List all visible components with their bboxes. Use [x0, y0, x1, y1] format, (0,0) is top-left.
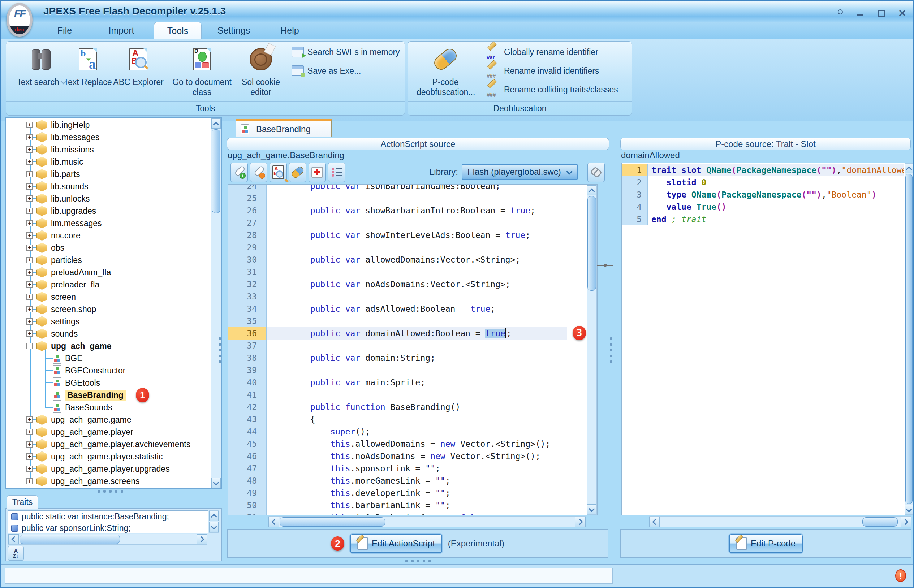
search-swfs-in-memory-button[interactable]: Search SWFs in memory: [292, 46, 400, 58]
code-line-27[interactable]: 27: [228, 217, 586, 229]
tree-item-preloader_fla[interactable]: +preloader_fla: [6, 278, 210, 291]
expand-icon[interactable]: +: [26, 306, 33, 312]
tree-item-label[interactable]: sounds: [51, 329, 78, 339]
left-splitter[interactable]: [218, 338, 221, 363]
tree-item-label[interactable]: screen.shop: [51, 304, 96, 314]
tree-item-label[interactable]: BGEtools: [65, 378, 100, 388]
pcode-deobfuscation-button[interactable]: P-code deobfuscation...: [417, 47, 474, 97]
tree-item-label[interactable]: lib.ingHelp: [51, 120, 90, 130]
expand-icon[interactable]: +: [26, 122, 33, 128]
tree-item-label[interactable]: particles: [51, 255, 82, 265]
tree-item-lim.messages[interactable]: +lim.messages: [6, 217, 210, 229]
expand-icon[interactable]: +: [26, 158, 33, 165]
traits-list[interactable]: public static var instance:BaseBranding;…: [8, 510, 208, 533]
minimize-button[interactable]: [856, 10, 865, 18]
tree-item-label[interactable]: upg_ach_game.player.upgrades: [51, 464, 170, 474]
tree-item-label[interactable]: upg_ach_game.game: [51, 415, 131, 425]
code-line-40[interactable]: 40 public var main:Sprite;: [228, 376, 586, 389]
tree-item-label[interactable]: preloader_fla: [51, 280, 99, 290]
tree-item-upg_ach_game.player.upgrades[interactable]: +upg_ach_game.player.upgrades: [6, 463, 210, 475]
edit-pcode-button[interactable]: Edit P-code: [729, 534, 803, 553]
menu-tools[interactable]: Tools: [154, 22, 202, 39]
expand-icon[interactable]: +: [26, 146, 33, 153]
expand-icon[interactable]: +: [26, 331, 33, 337]
menu-file[interactable]: File: [41, 22, 88, 39]
expand-icon[interactable]: +: [26, 134, 33, 141]
tree-item-label[interactable]: BaseBranding: [65, 390, 126, 401]
code-line-24[interactable]: 24 public var isOnBarbarianGames:Boolean…: [228, 184, 586, 192]
tree-traits-splitter[interactable]: [97, 490, 123, 493]
tree-item-BGEConstructor[interactable]: BGEConstructor: [6, 364, 210, 377]
repair-button[interactable]: [308, 163, 326, 182]
tree-item-label[interactable]: upg_ach_game.screens: [51, 477, 140, 486]
expand-icon[interactable]: +: [26, 429, 33, 435]
menu-help[interactable]: Help: [266, 22, 313, 39]
deobfuscate-button[interactable]: [289, 163, 306, 182]
trait-list-button[interactable]: [328, 163, 346, 182]
tree-item-upg_ach_game.player[interactable]: +upg_ach_game.player: [6, 426, 210, 438]
tree-item-upg_ach_game.player.avchievements[interactable]: +upg_ach_game.player.avchievements: [6, 438, 210, 451]
remove-trait-button[interactable]: −: [250, 163, 267, 182]
expand-icon[interactable]: +: [26, 441, 33, 447]
library-dropdown[interactable]: Flash (playerglobal.swc): [462, 164, 578, 180]
tree-item-label[interactable]: BGEConstructor: [65, 366, 125, 376]
panel-splitter-handle[interactable]: [597, 265, 614, 266]
expand-icon[interactable]: +: [26, 281, 33, 288]
tree-item-label[interactable]: lim.messages: [51, 218, 102, 228]
text-replace-button[interactable]: ba Text Replace: [59, 47, 117, 87]
code-line-5[interactable]: 5end ; trait: [622, 213, 904, 225]
code-line-2[interactable]: 2 slotid 0: [622, 176, 904, 189]
tree-item-lib.parts[interactable]: +lib.parts: [6, 168, 210, 180]
tree-item-particles[interactable]: +particles: [6, 254, 210, 266]
traits-vertical-scrollbar[interactable]: [209, 510, 219, 533]
tree-item-label[interactable]: BaseSounds: [65, 403, 112, 412]
expand-icon[interactable]: +: [26, 465, 33, 472]
code-line-43[interactable]: 43 {: [228, 413, 586, 425]
expand-icon[interactable]: +: [26, 257, 33, 263]
code-line-47[interactable]: 47 this.sponsorLink = "";: [228, 462, 586, 475]
collapse-icon[interactable]: −: [26, 343, 33, 349]
as-vertical-scrollbar[interactable]: [587, 185, 597, 515]
code-line-36[interactable]: 36 public var domainAllowed:Boolean = tr…: [228, 327, 586, 339]
expand-icon[interactable]: +: [26, 232, 33, 239]
tree-vertical-scrollbar[interactable]: [211, 118, 221, 488]
go-to-document-class-button[interactable]: D Go to document class: [171, 47, 233, 97]
tree-item-BaseBranding[interactable]: BaseBranding1: [6, 389, 210, 401]
tree-item-lib.ingHelp[interactable]: +lib.ingHelp: [6, 119, 210, 131]
tree-item-BaseSounds[interactable]: BaseSounds: [6, 401, 210, 414]
tree-item-label[interactable]: upg_ach_game.player: [51, 427, 133, 437]
expand-icon[interactable]: +: [26, 294, 33, 300]
code-line-34[interactable]: 34 public var adsAllowed:Boolean = true;: [228, 303, 586, 315]
tree-item-label[interactable]: lib.messages: [51, 132, 99, 142]
expand-icon[interactable]: +: [26, 220, 33, 226]
code-line-28[interactable]: 28 public var showInterLevelAds:Boolean …: [228, 229, 586, 241]
tree-item-upg_ach_game[interactable]: −upg_ach_game: [6, 340, 210, 352]
code-line-32[interactable]: 32 public var noAdsDomains:Vector.<Strin…: [228, 278, 586, 291]
tree-item-label[interactable]: obs: [51, 243, 64, 253]
trait-row[interactable]: public var sponsorLink:String;: [8, 522, 208, 533]
link-library-button[interactable]: [588, 163, 605, 182]
add-trait-button[interactable]: +: [231, 163, 248, 182]
menu-settings[interactable]: Settings: [210, 22, 257, 39]
code-line-35[interactable]: 35: [228, 315, 586, 327]
tree-item-label[interactable]: lib.unlocks: [51, 194, 90, 204]
code-line-4[interactable]: 4 value True(): [622, 201, 904, 213]
tab-traits[interactable]: Traits: [6, 495, 38, 509]
tree-item-BGE[interactable]: BGE: [6, 352, 210, 364]
expand-icon[interactable]: +: [26, 183, 33, 190]
tree-item-lib.music[interactable]: +lib.music: [6, 156, 210, 168]
tree-item-obs[interactable]: +obs: [6, 242, 210, 254]
tree-item-label[interactable]: lib.sounds: [51, 182, 89, 191]
tree-item-lib.messages[interactable]: +lib.messages: [6, 131, 210, 144]
sol-cookie-editor-button[interactable]: Sol cookie editor: [234, 47, 288, 97]
expand-icon[interactable]: +: [26, 208, 33, 214]
code-line-26[interactable]: 26 public var showBarbarianIntro:Boolean…: [228, 204, 586, 217]
expand-icon[interactable]: +: [26, 269, 33, 276]
abc-search-button[interactable]: AB: [270, 163, 287, 182]
pcode-vertical-scrollbar[interactable]: [904, 163, 913, 515]
sort-az-button[interactable]: AZ↓: [8, 546, 24, 561]
code-line-30[interactable]: 30 public var allowedDomains:Vector.<Str…: [228, 254, 586, 266]
expand-icon[interactable]: +: [26, 417, 33, 423]
tree-item-label[interactable]: lib.music: [51, 157, 83, 167]
tree-item-label[interactable]: upg_ach_game.player.avchievements: [51, 439, 191, 449]
